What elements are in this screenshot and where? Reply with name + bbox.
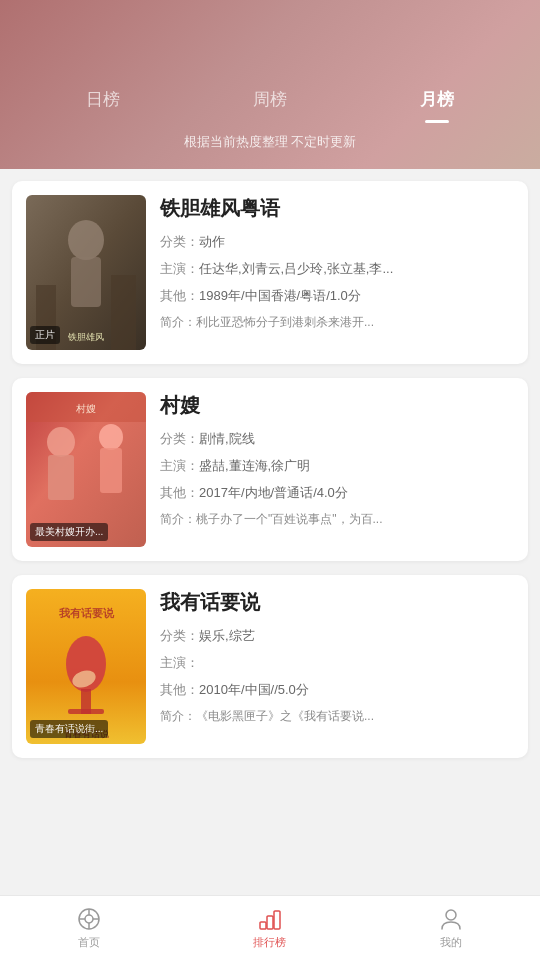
svg-text:我有话要说: 我有话要说 [58, 607, 115, 619]
svg-text:铁胆雄风: 铁胆雄风 [67, 332, 104, 342]
tab-monthly[interactable]: 月榜 [400, 80, 474, 119]
movie-badge-2: 最美村嫂开办... [30, 523, 108, 541]
nav-home-label: 首页 [78, 935, 100, 950]
svg-rect-34 [260, 922, 266, 929]
movie-title-2: 村嫂 [160, 392, 514, 419]
movie-other-2: 其他：2017年/内地/普通话/4.0分 [160, 482, 514, 504]
movie-poster-1: 铁胆雄风 正片 [26, 195, 146, 350]
bottom-nav: 首页 排行榜 我的 [0, 895, 540, 960]
main-container: 9:00 日榜 周榜 月榜 根据当前热度整理 不定时更新 [0, 0, 540, 960]
movie-other-1: 其他：1989年/中国香港/粤语/1.0分 [160, 285, 514, 307]
movie-title-3: 我有话要说 [160, 589, 514, 616]
nav-ranking[interactable]: 排行榜 [233, 900, 306, 956]
movie-category-3: 分类：娱乐,综艺 [160, 625, 514, 647]
svg-rect-36 [274, 911, 280, 929]
movie-desc-3: 简介：《电影黑匣子》之《我有话要说... [160, 708, 514, 725]
movie-card-2[interactable]: 村嫂 最美村嫂开办... 村嫂 分类：剧情,院线 主演：盛喆,董连海,徐广明 其… [12, 378, 528, 561]
svg-point-17 [99, 424, 123, 450]
ranking-icon [257, 906, 283, 932]
nav-ranking-label: 排行榜 [253, 935, 286, 950]
movie-cast-3: 主演： [160, 652, 514, 674]
movie-poster-2: 村嫂 最美村嫂开办... [26, 392, 146, 547]
movie-cast-2: 主演：盛喆,董连海,徐广明 [160, 455, 514, 477]
svg-rect-35 [267, 916, 273, 929]
movie-poster-3: 我有话要说 青春有话说 青春有话说街... [26, 589, 146, 744]
subtitle-text: 根据当前热度整理 不定时更新 [0, 119, 540, 161]
movie-info-3: 我有话要说 分类：娱乐,综艺 主演： 其他：2010年/中国//5.0分 简介：… [160, 589, 514, 744]
nav-profile[interactable]: 我的 [418, 900, 484, 956]
movie-desc-2: 简介：桃子办了一个"百姓说事点"，为百... [160, 511, 514, 528]
svg-text:村嫂: 村嫂 [75, 403, 96, 414]
svg-point-15 [47, 427, 75, 457]
movie-other-3: 其他：2010年/中国//5.0分 [160, 679, 514, 701]
movie-category-2: 分类：剧情,院线 [160, 428, 514, 450]
movie-info-1: 铁胆雄风粤语 分类：动作 主演：任达华,刘青云,吕少玲,张立基,李... 其他：… [160, 195, 514, 350]
profile-icon [438, 906, 464, 932]
svg-rect-18 [100, 448, 122, 493]
movie-badge-1: 正片 [30, 326, 60, 344]
svg-point-37 [446, 910, 456, 920]
svg-rect-12 [111, 275, 136, 350]
movie-badge-3: 青春有话说街... [30, 720, 108, 738]
content-area[interactable]: 铁胆雄风 正片 铁胆雄风粤语 分类：动作 主演：任达华,刘青云,吕少玲,张立基,… [0, 169, 540, 960]
movie-info-2: 村嫂 分类：剧情,院线 主演：盛喆,董连海,徐广明 其他：2017年/内地/普通… [160, 392, 514, 547]
tabs-container: 日榜 周榜 月榜 [0, 80, 540, 119]
nav-profile-label: 我的 [440, 935, 462, 950]
nav-home[interactable]: 首页 [56, 900, 122, 956]
home-icon [76, 906, 102, 932]
movie-card-1[interactable]: 铁胆雄风 正片 铁胆雄风粤语 分类：动作 主演：任达华,刘青云,吕少玲,张立基,… [12, 181, 528, 364]
movie-desc-1: 简介：利比亚恐怖分子到港刺杀来港开... [160, 314, 514, 331]
movie-card-3[interactable]: 我有话要说 青春有话说 青春有话说街... 我有话要说 分类：娱乐,综艺 主演：… [12, 575, 528, 758]
movie-title-1: 铁胆雄风粤语 [160, 195, 514, 222]
movie-cast-1: 主演：任达华,刘青云,吕少玲,张立基,李... [160, 258, 514, 280]
tab-weekly[interactable]: 周榜 [233, 80, 307, 119]
svg-rect-24 [68, 709, 104, 714]
tab-daily[interactable]: 日榜 [66, 80, 140, 119]
svg-rect-16 [48, 455, 74, 500]
svg-point-9 [68, 220, 104, 260]
movie-category-1: 分类：动作 [160, 231, 514, 253]
svg-rect-10 [71, 257, 101, 307]
tab-area: 日榜 周榜 月榜 根据当前热度整理 不定时更新 [0, 30, 540, 169]
svg-point-29 [85, 915, 93, 923]
